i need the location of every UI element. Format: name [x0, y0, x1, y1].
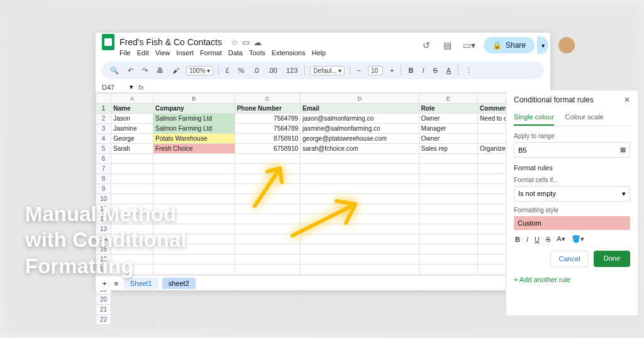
meet-icon[interactable]: ▭▾: [462, 38, 476, 52]
conditional-format-panel: Conditional format rules ✕ Single colour…: [506, 90, 638, 315]
text-color-icon[interactable]: A▾: [555, 234, 566, 244]
bold-icon[interactable]: B: [406, 67, 415, 74]
menu-view[interactable]: View: [155, 49, 170, 57]
fontsize-input[interactable]: 10: [368, 66, 383, 75]
table-row[interactable]: 21: [96, 305, 550, 315]
corner-cell[interactable]: [96, 94, 111, 104]
range-input[interactable]: B5 ⊞: [514, 142, 630, 158]
doc-title[interactable]: Fred's Fish & Co Contacts: [119, 37, 222, 47]
zoom-select[interactable]: 100%▾: [186, 66, 213, 75]
table-row[interactable]: 6: [96, 154, 550, 164]
table-row[interactable]: 7: [96, 164, 550, 174]
table-row[interactable]: 5 Sarah Fresh Choice 6758910 sarah@fchoi…: [96, 144, 550, 154]
menu-edit[interactable]: Edit: [137, 49, 149, 57]
all-sheets-icon[interactable]: ≡: [112, 280, 119, 287]
menu-insert[interactable]: Insert: [176, 49, 194, 57]
cancel-button[interactable]: Cancel: [550, 251, 588, 267]
undo-icon[interactable]: ↶: [126, 67, 135, 75]
redo-icon[interactable]: ↷: [140, 67, 150, 75]
menu-format[interactable]: Format: [200, 49, 222, 57]
col-header-D[interactable]: D: [301, 94, 419, 104]
table-row[interactable]: 20: [96, 295, 550, 305]
percent-icon[interactable]: %: [236, 67, 247, 74]
cloud-icon[interactable]: ☁: [253, 38, 262, 47]
sheet-tab-1[interactable]: Sheet1: [124, 278, 158, 289]
grid-select-icon[interactable]: ⊞: [620, 146, 626, 154]
col-header-A[interactable]: A: [111, 94, 153, 104]
col-header-C[interactable]: C: [235, 94, 300, 104]
star-icon[interactable]: ☆: [231, 38, 238, 47]
menu-extensions[interactable]: Extensions: [272, 49, 306, 57]
format-icon-row: B I U S A▾ 🪣▾: [514, 234, 630, 244]
format-123-icon[interactable]: 123: [284, 67, 299, 74]
menu-data[interactable]: Data: [228, 49, 243, 57]
menu-tools[interactable]: Tools: [249, 49, 265, 57]
avatar[interactable]: [558, 37, 575, 53]
italic-icon[interactable]: I: [525, 234, 530, 244]
fx-icon: fx: [138, 84, 144, 91]
italic-icon[interactable]: I: [420, 67, 426, 74]
bold-icon[interactable]: B: [514, 234, 521, 244]
text-color-icon[interactable]: A: [445, 67, 453, 74]
name-box[interactable]: D47: [102, 84, 125, 91]
print-icon[interactable]: 🖶: [155, 67, 165, 74]
sheet-tab-2[interactable]: sheet2: [162, 278, 196, 289]
menu-file[interactable]: File: [119, 49, 131, 57]
apply-range-label: Apply to range: [514, 133, 630, 139]
strike-icon[interactable]: S: [431, 67, 439, 74]
table-row[interactable]: 3 Jasmine Salmon Farming Ltd 7564789 jas…: [96, 124, 550, 134]
tab-single-colour[interactable]: Single colour: [514, 109, 554, 126]
decrease-decimal-icon[interactable]: .0: [251, 67, 260, 74]
done-button[interactable]: Done: [594, 251, 630, 267]
col-header-B[interactable]: B: [153, 94, 235, 104]
share-caret[interactable]: ▾: [537, 36, 548, 54]
history-icon[interactable]: ↺: [419, 38, 433, 52]
underline-icon[interactable]: U: [533, 234, 541, 244]
style-preview[interactable]: Custom: [514, 216, 630, 230]
sheets-logo-icon: [102, 34, 114, 50]
name-box-row: D47 ▾ fx: [96, 82, 550, 93]
lock-icon: 🔒: [492, 41, 502, 50]
search-icon[interactable]: 🔍: [108, 67, 121, 75]
format-rules-label: Format rules: [514, 164, 630, 172]
top-right-controls: ↺ ▤ ▭▾ 🔒 Share ▾: [419, 36, 575, 54]
add-rule-button[interactable]: + Add another rule: [514, 276, 630, 283]
table-row[interactable]: 22: [96, 315, 550, 325]
move-icon[interactable]: ▭: [242, 38, 250, 47]
menu-help[interactable]: Help: [311, 49, 326, 57]
fill-color-icon[interactable]: 🪣▾: [570, 234, 586, 244]
name-box-caret-icon[interactable]: ▾: [130, 83, 133, 91]
toolbar: 🔍 ↶ ↷ 🖶 🖌 100%▾ £ % .0 .00 123 Defaul...…: [102, 62, 544, 79]
panel-title: Conditional format rules: [514, 95, 594, 104]
formatting-style-label: Formatting style: [514, 207, 630, 214]
close-icon[interactable]: ✕: [624, 95, 630, 104]
currency-icon[interactable]: £: [224, 67, 231, 74]
paint-format-icon[interactable]: 🖌: [170, 67, 181, 74]
increase-decimal-icon[interactable]: .00: [266, 67, 279, 74]
strike-icon[interactable]: S: [545, 234, 552, 244]
format-cells-if-label: Format cells if...: [514, 177, 630, 183]
increase-font-icon[interactable]: +: [388, 67, 396, 74]
table-row[interactable]: 2 Jason Salmon Farming Ltd 7564789 jason…: [96, 114, 550, 124]
col-header-E[interactable]: E: [419, 94, 478, 104]
add-sheet-icon[interactable]: +: [101, 280, 108, 287]
header-row[interactable]: 1 Name Company Phone Number Email Role C…: [96, 104, 550, 114]
comments-icon[interactable]: ▤: [441, 38, 455, 52]
title-icons: ☆ ▭ ☁: [231, 38, 262, 47]
tab-colour-scale[interactable]: Colour scale: [565, 109, 604, 126]
overlay-caption: Manual Method with Conditional Formattin…: [25, 201, 187, 279]
table-row[interactable]: 4 George Potato Warehouse 8758910 george…: [96, 134, 550, 144]
condition-select[interactable]: Is not empty▾: [514, 186, 630, 202]
annotation-arrow-2: [283, 188, 371, 248]
table-row[interactable]: 8: [96, 174, 550, 184]
font-select[interactable]: Defaul...▾: [310, 66, 344, 75]
more-icon[interactable]: ⋮: [464, 67, 474, 75]
decrease-font-icon[interactable]: −: [355, 67, 363, 74]
share-button[interactable]: 🔒 Share: [484, 37, 535, 53]
